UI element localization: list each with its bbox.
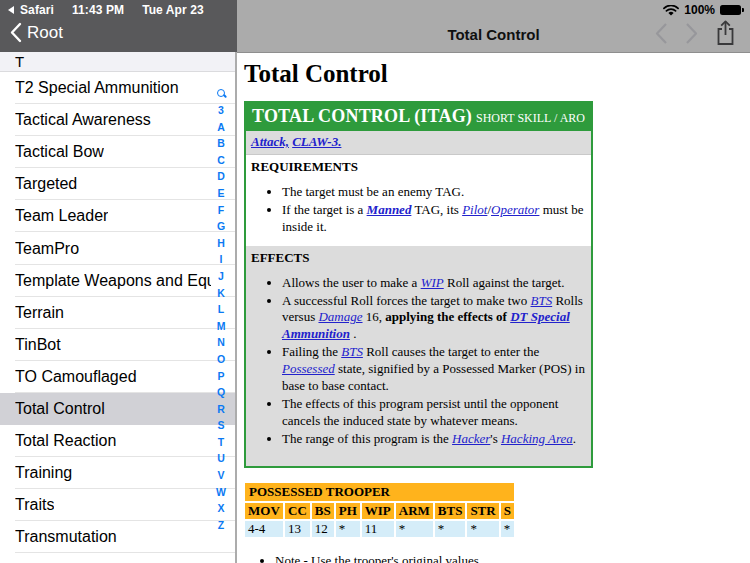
text-run: The range of this program is the <box>282 431 452 446</box>
index-letter[interactable]: J <box>218 268 224 285</box>
sidebar-item-label: TinBot <box>15 336 61 354</box>
nav-actions <box>655 20 736 46</box>
share-button[interactable] <box>715 20 736 46</box>
history-back-button[interactable] <box>655 22 668 45</box>
back-button[interactable]: Root <box>10 22 63 43</box>
index-letter[interactable]: C <box>217 152 225 169</box>
sidebar-item[interactable]: Transmutation <box>0 521 235 553</box>
inline-link[interactable]: Hacker <box>452 431 490 446</box>
sidebar-navbar: Safari 11:43 PM Tue Apr 23 Root <box>0 0 237 52</box>
index-letter[interactable]: B <box>217 135 225 152</box>
status-time: 11:43 PM <box>72 3 124 17</box>
inline-link[interactable]: Attack, <box>251 134 289 149</box>
index-letter[interactable]: O <box>217 351 225 368</box>
bullet-item: The target must be an enemy TAG. <box>282 184 586 201</box>
inline-link[interactable]: CLAW-3. <box>292 134 341 149</box>
sidebar-item[interactable]: TO Camouflaged <box>0 361 235 393</box>
text-run: 16, <box>363 309 386 324</box>
inline-link[interactable]: Pilot <box>462 202 487 217</box>
inline-link[interactable]: Hacking Area <box>501 431 573 446</box>
inline-link[interactable]: Operator <box>491 202 539 217</box>
index-letter[interactable]: 3 <box>218 102 224 119</box>
sidebar-item-label: TO Camouflaged <box>15 368 137 386</box>
sidebar-item-label: TeamPro <box>15 240 79 258</box>
sidebar-item-label: Terrain <box>15 304 64 322</box>
sidebar-item-label: Template Weapons and Equipm… <box>15 272 211 290</box>
wifi-icon <box>663 5 679 16</box>
inline-link[interactable]: WIP <box>421 275 444 290</box>
section-header: T <box>0 52 235 72</box>
inline-link[interactable]: BTS <box>341 344 363 359</box>
sidebar-item[interactable]: TinBot <box>0 329 235 361</box>
sidebar-item[interactable]: Targeted <box>0 168 235 200</box>
skill-type: SHORT SKILL / ARO <box>476 107 585 126</box>
sidebar-item[interactable]: Template Weapons and Equipm… <box>0 265 235 297</box>
index-letter[interactable]: A <box>217 119 225 136</box>
battery-percent: 100% <box>684 3 715 17</box>
inline-link[interactable]: Damage <box>318 309 362 324</box>
status-app-label[interactable]: Safari <box>20 3 54 17</box>
sidebar-item-label: Tactical Awareness <box>15 111 151 129</box>
index-letter[interactable]: K <box>217 285 225 302</box>
back-button-label: Root <box>27 23 63 43</box>
note-list: Note - Use the trooper's original values… <box>244 553 742 563</box>
index-letter[interactable]: R <box>217 401 225 418</box>
sidebar-item[interactable]: Total Reaction <box>0 425 235 457</box>
sidebar-item[interactable]: Total Control <box>0 393 235 425</box>
sidebar-item[interactable]: Terrain <box>0 297 235 329</box>
index-letter[interactable]: H <box>217 235 225 252</box>
stat-header: PH <box>336 503 360 519</box>
sidebar-list: T2 Special AmmunitionTactical AwarenessT… <box>0 72 235 553</box>
stat-header: STR <box>467 503 498 519</box>
index-letter[interactable]: V <box>217 467 224 484</box>
inline-link[interactable]: BTS <box>531 293 553 308</box>
text-run: . <box>350 326 357 341</box>
stat-value: 4-4 <box>245 521 283 537</box>
search-icon[interactable] <box>217 89 225 97</box>
index-letter[interactable]: P <box>217 368 224 385</box>
sidebar: T T2 Special AmmunitionTactical Awarenes… <box>0 52 237 563</box>
stat-header: BS <box>312 503 334 519</box>
stat-header: BTS <box>435 503 466 519</box>
text-run: applying the effects of <box>385 309 510 324</box>
history-forward-button[interactable] <box>685 22 698 45</box>
sidebar-item[interactable]: T2 Special Ammunition <box>0 72 235 104</box>
bullet-item: If the target is a Manned TAG, its Pilot… <box>282 202 586 236</box>
back-to-app-icon <box>8 6 14 14</box>
index-letter[interactable]: F <box>218 202 224 219</box>
sidebar-item[interactable]: TeamPro <box>0 232 235 264</box>
sidebar-item[interactable]: Tactical Bow <box>0 136 235 168</box>
index-letter[interactable]: T <box>218 434 224 451</box>
index-letter[interactable]: D <box>217 168 225 185</box>
sidebar-item[interactable]: Training <box>0 457 235 489</box>
index-letter[interactable]: Q <box>217 384 225 401</box>
index-letter[interactable]: N <box>217 334 225 351</box>
index-letter[interactable]: Z <box>218 517 224 534</box>
battery-icon <box>720 5 741 15</box>
index-letter[interactable]: S <box>217 417 224 434</box>
index-letter[interactable]: E <box>217 185 224 202</box>
index-letter[interactable]: U <box>217 450 225 467</box>
alphabet-index: 3ABCDEFGHIJKLMNOPQRSTUVWXZ <box>213 85 229 533</box>
inline-link[interactable]: Possessed <box>282 361 335 376</box>
stat-value: * <box>435 521 466 537</box>
sidebar-item[interactable]: Team Leader <box>0 200 235 232</box>
index-letter[interactable]: M <box>217 318 226 335</box>
index-letter[interactable]: W <box>216 484 226 501</box>
sidebar-item[interactable]: Traits <box>0 489 235 521</box>
index-letter[interactable]: I <box>220 251 223 268</box>
index-letter[interactable]: G <box>217 218 225 235</box>
text-run: If the target is a <box>282 202 367 217</box>
effects-label: EFFECTS <box>251 250 586 266</box>
stat-header: MOV <box>245 503 283 519</box>
index-letter[interactable]: X <box>217 500 224 517</box>
effects-list: Allows the user to make a WIP Roll again… <box>251 275 586 448</box>
bullet-item: The range of this program is the Hacker'… <box>282 431 586 448</box>
inline-link[interactable]: Manned <box>367 202 412 217</box>
sidebar-item[interactable]: Tactical Awareness <box>0 104 235 136</box>
text-run: Allows the user to make a <box>282 275 421 290</box>
index-letter[interactable]: L <box>218 301 224 318</box>
stat-value: 13 <box>285 521 310 537</box>
text-run: . <box>573 431 576 446</box>
stat-header: S <box>501 503 514 519</box>
